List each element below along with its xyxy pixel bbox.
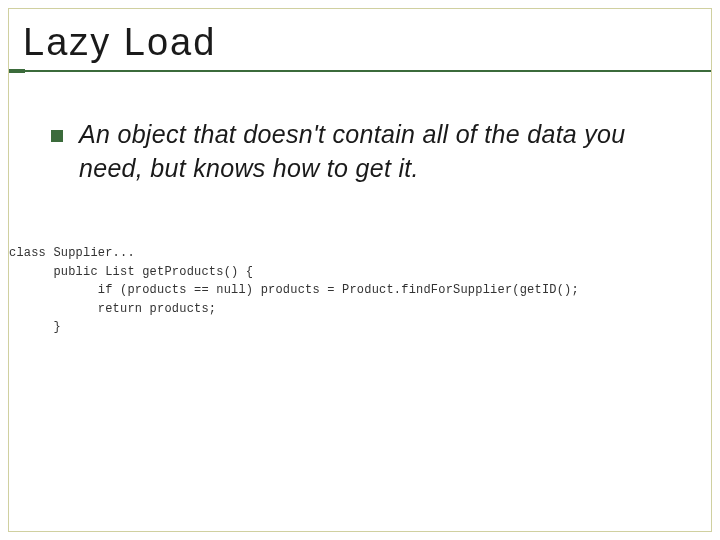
code-line: class Supplier... (9, 246, 135, 260)
content-area: An object that doesn't contain all of th… (9, 72, 711, 186)
title-container: Lazy Load (9, 9, 711, 72)
slide-frame: Lazy Load An object that doesn't contain… (8, 8, 712, 532)
code-block: class Supplier... public List getProduct… (9, 244, 579, 337)
bullet-text: An object that doesn't contain all of th… (79, 118, 671, 186)
title-underline-accent (9, 69, 25, 73)
code-line: return products; (9, 302, 216, 316)
code-line: } (9, 320, 61, 334)
square-bullet-icon (51, 130, 63, 142)
slide-title: Lazy Load (23, 21, 711, 64)
title-underline (9, 70, 711, 72)
bullet-item: An object that doesn't contain all of th… (51, 118, 671, 186)
code-line: public List getProducts() { (9, 265, 253, 279)
code-line: if (products == null) products = Product… (9, 283, 579, 297)
